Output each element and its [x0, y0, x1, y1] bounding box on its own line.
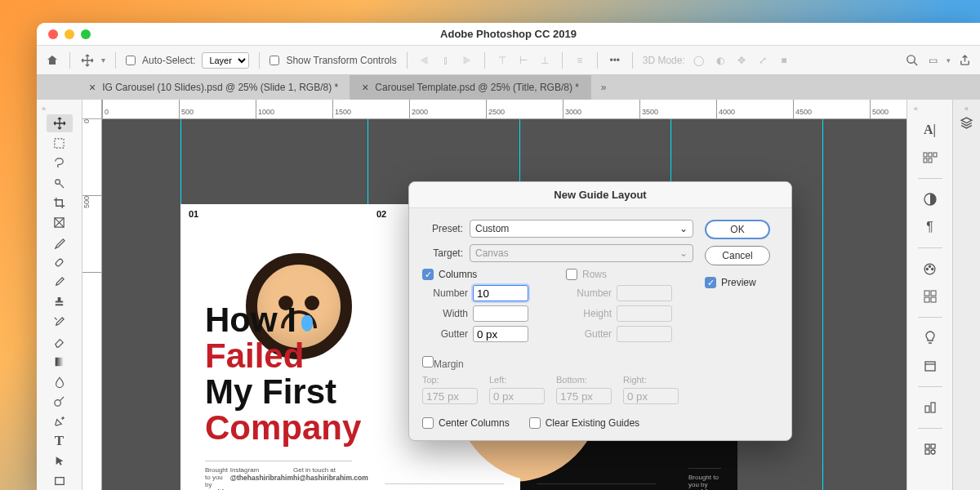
svg-rect-22: [925, 362, 935, 371]
right-panels-tabs: «: [952, 100, 980, 490]
rectangle-tool[interactable]: [47, 472, 73, 490]
margin-top-label: Top:: [422, 375, 478, 385]
ruler-horizontal[interactable]: 0500100015002000250030003500400045005000…: [102, 100, 906, 119]
clear-guides-checkbox[interactable]: [529, 417, 541, 429]
svg-point-6: [55, 400, 61, 407]
distribute-icon[interactable]: ≡: [572, 53, 587, 68]
columns-checkbox[interactable]: ✓: [422, 269, 434, 280]
ruler-origin[interactable]: [82, 100, 102, 119]
preview-checkbox[interactable]: ✓: [705, 277, 716, 288]
swatches-panel-icon[interactable]: [918, 286, 942, 307]
center-columns-checkbox[interactable]: [422, 417, 434, 429]
preset-dropdown[interactable]: Custom⌄: [470, 220, 693, 238]
slide-title: How IFailedMy FirstCompany: [205, 302, 361, 446]
svg-point-0: [906, 56, 914, 63]
eraser-tool[interactable]: [47, 332, 73, 350]
close-icon[interactable]: ×: [362, 81, 368, 94]
3d-slide-icon[interactable]: ⤢: [755, 53, 770, 68]
gradient-tool[interactable]: [47, 353, 73, 371]
rows-checkbox[interactable]: [566, 269, 577, 280]
frame-tool[interactable]: [47, 214, 73, 232]
svg-rect-20: [924, 297, 929, 302]
rows-number-label: Number: [566, 287, 612, 299]
tab-ig-carousel[interactable]: ×IG Carousel (10 Slides).psd @ 25% (Slid…: [78, 75, 350, 100]
columns-gutter-input[interactable]: [473, 326, 528, 342]
quick-select-tool[interactable]: [47, 174, 73, 192]
ruler-vertical[interactable]: 0500: [82, 119, 102, 490]
auto-select-dropdown[interactable]: Layer: [202, 52, 249, 69]
show-transform-checkbox[interactable]: [270, 56, 279, 65]
stamp-tool[interactable]: [47, 293, 73, 311]
align-right-icon[interactable]: ⫸: [460, 53, 474, 68]
margin-checkbox[interactable]: [422, 356, 434, 368]
libraries-panel-icon[interactable]: [918, 355, 942, 376]
auto-select-checkbox[interactable]: [126, 56, 136, 65]
window-title: Adobe Photoshop CC 2019: [37, 28, 980, 40]
document-tabs: ×IG Carousel (10 Slides).psd @ 25% (Slid…: [37, 75, 980, 100]
brush-tool[interactable]: [47, 274, 73, 292]
3d-camera-icon[interactable]: ■: [777, 53, 791, 68]
search-icon[interactable]: [904, 53, 919, 68]
workspace-icon[interactable]: ▭: [925, 53, 940, 68]
channels-panel-icon[interactable]: [918, 439, 942, 460]
margin-right-label: Right:: [623, 375, 679, 385]
tab-overflow-icon[interactable]: »: [591, 75, 616, 100]
adjustments-panel-icon[interactable]: [918, 189, 942, 210]
margin-label: Margin: [434, 359, 464, 370]
history-brush-tool[interactable]: [47, 313, 73, 331]
learn-panel-icon[interactable]: [918, 327, 942, 349]
svg-rect-1: [55, 139, 64, 148]
align-middle-icon[interactable]: ⊢: [516, 53, 531, 68]
healing-tool[interactable]: [47, 253, 73, 271]
path-select-tool[interactable]: [47, 452, 73, 470]
svg-rect-9: [929, 153, 932, 157]
rows-height-label: Height: [566, 308, 612, 319]
svg-point-17: [926, 268, 928, 270]
eyedropper-tool[interactable]: [47, 234, 73, 252]
move-tool[interactable]: [47, 114, 73, 132]
align-left-icon[interactable]: ⫷: [417, 53, 432, 68]
ok-button[interactable]: OK: [705, 220, 770, 239]
layers-panel-icon[interactable]: [960, 116, 973, 130]
align-center-h-icon[interactable]: ⫿: [439, 53, 453, 68]
more-icon[interactable]: •••: [608, 53, 622, 68]
color-panel-icon[interactable]: [918, 258, 942, 279]
type-tool[interactable]: T: [47, 432, 73, 450]
home-icon[interactable]: [45, 53, 60, 68]
share-icon[interactable]: [957, 53, 972, 68]
dodge-tool[interactable]: [47, 392, 73, 410]
svg-rect-12: [929, 158, 932, 163]
pen-tool[interactable]: [47, 412, 73, 430]
blur-tool[interactable]: [47, 372, 73, 390]
close-icon[interactable]: ×: [89, 81, 96, 94]
margin-top-input: [422, 388, 478, 404]
cancel-button[interactable]: Cancel: [705, 246, 770, 265]
target-dropdown: Canvas⌄: [470, 244, 693, 262]
character-panel-icon[interactable]: A|: [918, 119, 942, 140]
marquee-tool[interactable]: [47, 134, 73, 152]
tab-label: IG Carousel (10 Slides).psd @ 25% (Slide…: [102, 82, 338, 93]
lasso-tool[interactable]: [47, 154, 73, 172]
3d-pan-icon[interactable]: ✥: [734, 53, 749, 68]
align-top-icon[interactable]: ⊤: [495, 53, 510, 68]
tab-carousel-template[interactable]: ×Carousel Template.psd @ 25% (Title, RGB…: [350, 75, 591, 100]
titlebar: Adobe Photoshop CC 2019: [37, 23, 980, 46]
crop-tool[interactable]: [47, 194, 73, 212]
columns-number-input[interactable]: [473, 285, 528, 301]
svg-point-2: [56, 179, 60, 184]
glyphs-panel-icon[interactable]: [918, 147, 942, 168]
properties-panel-icon[interactable]: [918, 397, 942, 418]
slide-number: 01: [189, 209, 198, 219]
margin-bottom-input: [556, 388, 612, 404]
svg-rect-7: [55, 477, 64, 484]
svg-rect-27: [925, 450, 929, 454]
guide[interactable]: [822, 119, 823, 490]
paragraph-panel-icon[interactable]: ¶: [918, 216, 942, 238]
move-tool-icon[interactable]: [80, 53, 95, 68]
slide-footer: Brought to you byHashir Ibrahim: [385, 483, 504, 490]
3d-orbit-icon[interactable]: ◯: [692, 53, 706, 68]
columns-width-input[interactable]: [473, 305, 528, 322]
chevron-down-icon: ⌄: [679, 223, 688, 234]
align-bottom-icon[interactable]: ⊥: [537, 53, 552, 68]
3d-roll-icon[interactable]: ◐: [713, 53, 728, 68]
